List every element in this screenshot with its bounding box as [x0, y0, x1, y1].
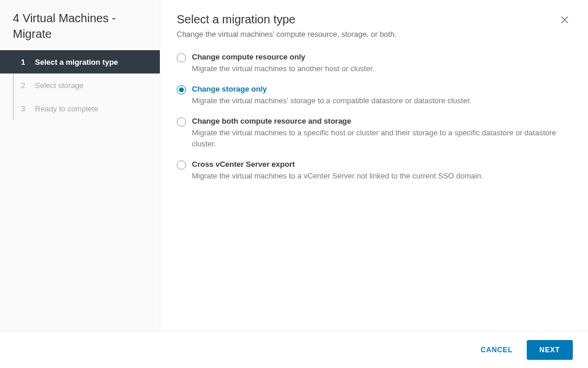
radio-icon: [177, 85, 186, 94]
radio-icon: [177, 53, 186, 62]
step-select-storage: 2 Select storage: [0, 73, 160, 97]
step-number: 1: [21, 58, 32, 66]
step-number: 2: [21, 81, 32, 90]
step-label: Select storage: [35, 81, 83, 90]
option-label: Change both compute resource and storage: [192, 117, 572, 125]
option-label: Change compute resource only: [192, 52, 572, 61]
wizard-footer: CANCEL NEXT: [0, 331, 588, 368]
option-description: Migrate the virtual machines to another …: [192, 64, 572, 74]
step-label: Ready to complete: [35, 104, 98, 113]
wizard-steps: 1 Select a migration type 2 Select stora…: [0, 50, 160, 120]
option-description: Migrate the virtual machines to a vCente…: [192, 171, 572, 181]
wizard-sidebar: 4 Virtual Machines - Migrate 1 Select a …: [0, 0, 160, 331]
radio-icon: [177, 117, 186, 127]
close-icon: [560, 15, 569, 24]
option-cross-vcenter-export[interactable]: Cross vCenter Server export Migrate the …: [177, 160, 572, 181]
option-description: Migrate the virtual machines to a specif…: [192, 128, 572, 149]
option-description: Migrate the virtual machines' storage to…: [192, 96, 572, 106]
step-label: Select a migration type: [35, 58, 118, 66]
option-label: Cross vCenter Server export: [192, 160, 572, 169]
option-change-both[interactable]: Change both compute resource and storage…: [177, 117, 572, 149]
option-change-compute-only[interactable]: Change compute resource only Migrate the…: [177, 52, 572, 74]
step-ready-to-complete: 3 Ready to complete: [0, 97, 160, 120]
option-change-storage-only[interactable]: Change storage only Migrate the virtual …: [177, 85, 572, 106]
option-label: Change storage only: [192, 85, 572, 93]
page-subtitle: Change the virtual machines' compute res…: [177, 30, 397, 38]
page-title: Select a migration type: [177, 13, 397, 26]
radio-icon: [177, 160, 186, 170]
step-number: 3: [21, 104, 32, 113]
next-button[interactable]: NEXT: [527, 340, 573, 360]
close-button[interactable]: [558, 13, 572, 27]
cancel-button[interactable]: CANCEL: [473, 340, 521, 360]
wizard-content: Select a migration type Change the virtu…: [160, 0, 588, 331]
step-select-migration-type[interactable]: 1 Select a migration type: [0, 50, 160, 73]
wizard-title: 4 Virtual Machines - Migrate: [0, 10, 160, 50]
migration-type-options: Change compute resource only Migrate the…: [177, 52, 572, 192]
